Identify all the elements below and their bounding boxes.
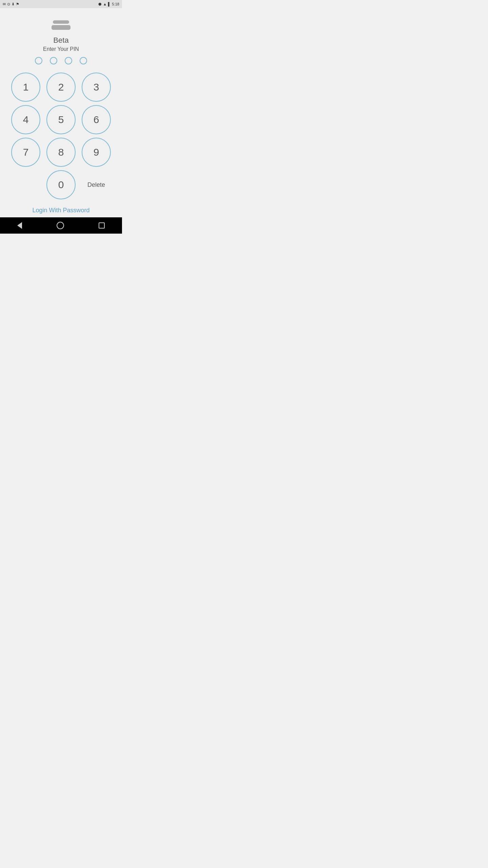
logo-bar-top — [53, 20, 69, 24]
pin-dot-4 — [80, 57, 87, 64]
status-bar-right: ⬢ ▲ ▌ 5:18 — [98, 2, 119, 6]
logo-area — [52, 20, 70, 30]
login-with-password-link[interactable]: Login With Password — [32, 207, 89, 214]
empty-placeholder — [11, 170, 40, 199]
pin-dots — [35, 57, 87, 64]
home-icon — [57, 222, 64, 229]
pin-dot-2 — [50, 57, 57, 64]
back-icon — [17, 222, 22, 229]
key-7[interactable]: 7 — [11, 138, 40, 167]
key-3[interactable]: 3 — [82, 73, 111, 102]
bluetooth-icon: ⬢ — [98, 2, 102, 6]
pin-prompt: Enter Your PIN — [43, 46, 79, 52]
key-1[interactable]: 1 — [11, 73, 40, 102]
numpad-row-4: 0 Delete — [7, 170, 115, 199]
status-bar-left: ✉ ⊙ ⬇ ⚑ — [3, 2, 19, 6]
numpad-row-1: 1 2 3 — [11, 73, 111, 102]
key-0[interactable]: 0 — [46, 170, 76, 199]
download-icon: ⬇ — [12, 2, 15, 6]
key-6[interactable]: 6 — [82, 105, 111, 134]
pin-dot-1 — [35, 57, 42, 64]
main-content: Beta Enter Your PIN 1 2 3 4 5 6 7 8 9 — [0, 8, 122, 217]
key-9[interactable]: 9 — [82, 138, 111, 167]
circle-icon: ⊙ — [7, 2, 10, 6]
numpad: 1 2 3 4 5 6 7 8 9 0 Delete — [7, 73, 115, 199]
back-button[interactable] — [17, 222, 22, 229]
signal-icon: ▌ — [108, 2, 111, 6]
mail-icon: ✉ — [3, 2, 6, 6]
logo-bar-bottom — [52, 25, 70, 30]
numpad-row-2: 4 5 6 — [11, 105, 111, 134]
bottom-nav-bar — [0, 217, 122, 234]
time-display: 5:18 — [112, 2, 119, 6]
delete-button[interactable]: Delete — [82, 170, 111, 199]
recents-button[interactable] — [99, 222, 105, 229]
flag-icon: ⚑ — [16, 2, 19, 6]
app-name: Beta — [53, 36, 68, 45]
key-5[interactable]: 5 — [46, 105, 76, 134]
wifi-icon: ▲ — [103, 2, 107, 6]
numpad-row-3: 7 8 9 — [11, 138, 111, 167]
key-2[interactable]: 2 — [46, 73, 76, 102]
pin-dot-3 — [65, 57, 72, 64]
status-bar: ✉ ⊙ ⬇ ⚑ ⬢ ▲ ▌ 5:18 — [0, 0, 122, 8]
recents-icon — [99, 222, 105, 229]
key-8[interactable]: 8 — [46, 138, 76, 167]
key-4[interactable]: 4 — [11, 105, 40, 134]
home-button[interactable] — [57, 222, 64, 229]
